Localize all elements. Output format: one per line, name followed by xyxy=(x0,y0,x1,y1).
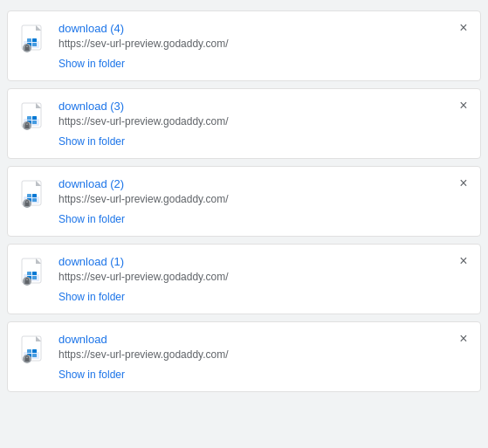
download-title[interactable]: download (2) xyxy=(58,177,468,190)
show-in-folder-link[interactable]: Show in folder xyxy=(58,291,125,303)
download-title[interactable]: download (4) xyxy=(58,22,468,35)
svg-rect-8 xyxy=(32,38,37,42)
svg-rect-43 xyxy=(25,280,30,284)
file-icon xyxy=(18,24,50,55)
close-button[interactable]: × xyxy=(456,176,471,191)
download-item: download (4)https://sev-url-preview.goda… xyxy=(7,10,481,81)
svg-rect-10 xyxy=(25,47,30,51)
download-item: download (1)https://sev-url-preview.goda… xyxy=(7,244,481,314)
download-url: https://sev-url-preview.godaddy.com/ xyxy=(58,193,468,205)
svg-rect-32 xyxy=(25,203,30,206)
show-in-folder-link[interactable]: Show in folder xyxy=(58,135,125,148)
svg-rect-52 xyxy=(32,349,37,353)
close-button[interactable]: × xyxy=(456,20,471,36)
download-url: https://sev-url-preview.godaddy.com/ xyxy=(58,271,468,283)
svg-rect-40 xyxy=(27,272,31,275)
close-button[interactable]: × xyxy=(456,331,471,347)
svg-rect-17 xyxy=(32,121,37,124)
show-in-folder-link[interactable]: Show in folder xyxy=(58,58,125,70)
download-item: download (2)https://sev-url-preview.goda… xyxy=(7,166,481,237)
close-button[interactable]: × xyxy=(456,253,471,269)
show-in-folder-link[interactable]: Show in folder xyxy=(58,369,125,381)
svg-rect-19 xyxy=(32,116,37,120)
svg-rect-54 xyxy=(25,358,30,362)
download-info: download (4)https://sev-url-preview.goda… xyxy=(58,22,468,70)
download-info: downloadhttps://sev-url-preview.godaddy.… xyxy=(58,333,468,381)
file-icon xyxy=(18,101,50,133)
download-info: download (3)https://sev-url-preview.goda… xyxy=(58,100,468,148)
show-in-folder-link[interactable]: Show in folder xyxy=(58,213,125,225)
download-title[interactable]: download xyxy=(58,333,468,346)
svg-rect-39 xyxy=(32,276,37,279)
download-title[interactable]: download (1) xyxy=(58,255,468,268)
svg-rect-50 xyxy=(32,354,37,357)
svg-rect-51 xyxy=(27,349,31,353)
close-button[interactable]: × xyxy=(456,98,471,114)
file-icon xyxy=(18,179,50,210)
download-list: download (4)https://sev-url-preview.goda… xyxy=(0,0,488,403)
svg-rect-21 xyxy=(25,125,30,128)
svg-rect-29 xyxy=(27,194,31,197)
svg-rect-41 xyxy=(32,272,37,275)
download-item: downloadhttps://sev-url-preview.godaddy.… xyxy=(7,321,481,392)
svg-rect-18 xyxy=(27,116,31,120)
file-icon xyxy=(18,334,50,366)
download-title[interactable]: download (3) xyxy=(58,100,468,113)
svg-rect-6 xyxy=(32,43,37,46)
svg-rect-28 xyxy=(32,198,37,202)
download-url: https://sev-url-preview.godaddy.com/ xyxy=(58,115,468,128)
download-item: download (3)https://sev-url-preview.goda… xyxy=(7,88,481,159)
download-url: https://sev-url-preview.godaddy.com/ xyxy=(58,348,468,361)
svg-rect-30 xyxy=(32,194,37,197)
download-url: https://sev-url-preview.godaddy.com/ xyxy=(58,38,468,50)
svg-rect-7 xyxy=(27,38,31,42)
download-info: download (2)https://sev-url-preview.goda… xyxy=(58,177,468,225)
download-info: download (1)https://sev-url-preview.goda… xyxy=(58,255,468,303)
file-icon xyxy=(18,257,50,288)
